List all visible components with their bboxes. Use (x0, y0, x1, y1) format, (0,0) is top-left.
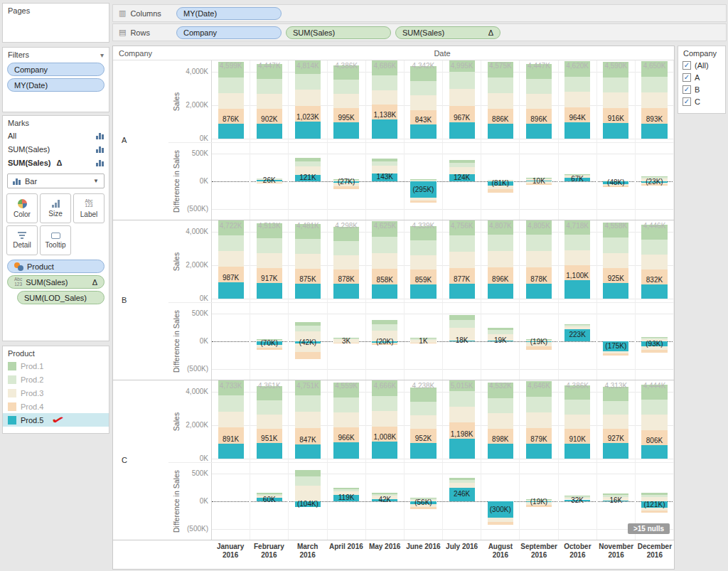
bar-segment-prod2[interactable] (257, 400, 282, 415)
marks-card-sum-sales-delta[interactable]: SUM(Sales) Δ (3, 156, 109, 169)
legend-item-prod4[interactable]: Prod.4 (3, 400, 109, 413)
bar-segment-prod2[interactable] (603, 401, 628, 415)
bar-segment-prod3[interactable] (564, 92, 590, 107)
bar-segment-prod3[interactable] (257, 253, 282, 268)
filter-pill-company[interactable]: Company (7, 63, 105, 76)
bar-segment-prod5[interactable] (372, 442, 397, 459)
bar-segment-prod5[interactable] (333, 122, 359, 139)
bar-segment-prod5[interactable] (449, 284, 475, 299)
bar-segment-prod3[interactable] (218, 251, 244, 267)
bar-segment-prod3[interactable] (449, 89, 475, 106)
bar-segment-prod2[interactable] (372, 161, 397, 166)
month-column[interactable]: 5,015K1,198K (443, 380, 481, 462)
detail-button[interactable]: Detail (6, 225, 38, 255)
month-column[interactable]: 4,481K875K (289, 220, 327, 302)
month-label[interactable]: March 2016 (289, 540, 327, 569)
bar-segment-prod4[interactable] (641, 350, 667, 353)
tooltip-button[interactable]: Tooltip (40, 225, 71, 255)
bar-segment-prod5[interactable] (333, 442, 359, 459)
bar-segment-prod1[interactable] (295, 158, 321, 161)
bar-segment-prod2[interactable] (333, 397, 359, 412)
month-column[interactable] (212, 303, 250, 380)
bar-segment-prod5[interactable] (564, 280, 590, 299)
month-column[interactable]: 4,238K952K (405, 380, 443, 462)
month-column[interactable]: 4,807K896K (481, 220, 520, 302)
bar-segment-prod2[interactable] (410, 81, 436, 96)
bar-segment-prod3[interactable] (449, 252, 475, 268)
bar-segment-prod2[interactable] (526, 397, 552, 412)
month-column[interactable]: 4,666K1,008K (366, 380, 405, 462)
bar-segment-prod5[interactable] (372, 284, 397, 299)
bar-segment-prod3[interactable] (603, 253, 628, 268)
month-column[interactable]: 4,805K878K (520, 220, 558, 302)
bar-segment-prod3[interactable] (564, 415, 590, 429)
bar-segment-prod5[interactable] (410, 124, 436, 139)
row-header-company[interactable]: B (113, 220, 168, 380)
legend-item-b[interactable]: ✓ B (678, 83, 725, 95)
bar-segment-prod1[interactable] (295, 322, 321, 326)
bar-segment-prod2[interactable] (526, 79, 552, 94)
checkbox-checked-icon[interactable]: ✓ (682, 73, 691, 82)
bar-segment-prod3[interactable] (372, 253, 397, 269)
month-column[interactable]: 4,756K877K (443, 220, 481, 302)
bar-segment-prod1[interactable] (603, 493, 628, 495)
marks-card-all[interactable]: All (3, 129, 109, 142)
bar-segment-prod3[interactable] (295, 90, 321, 105)
bar-segment-prod2[interactable] (218, 395, 244, 412)
bar-segment-prod2[interactable] (333, 489, 359, 491)
bar-segment-prod2[interactable] (641, 240, 667, 255)
bar-segment-prod2[interactable] (257, 79, 282, 94)
bar-segment-prod1[interactable] (372, 493, 397, 494)
bar-segment-prod2[interactable] (488, 398, 513, 413)
month-column[interactable]: (295K) (405, 143, 443, 220)
color-button[interactable]: Color (6, 193, 38, 223)
bar-segment-prod3[interactable] (603, 415, 628, 429)
bar-segment-prod3[interactable] (372, 166, 397, 174)
bar-segment-prod3[interactable] (526, 251, 552, 267)
pill-my-date[interactable]: MY(Date) (176, 7, 282, 20)
month-column[interactable]: 4,447K896K (520, 60, 558, 142)
month-column[interactable]: (19K) (520, 463, 558, 540)
bar-segment-prod3[interactable] (564, 250, 590, 265)
month-column[interactable]: (300K) (481, 463, 520, 540)
month-column[interactable]: 4,386K910K (559, 380, 597, 462)
bar-segment-prod5[interactable] (526, 444, 552, 459)
month-column[interactable]: 32K (559, 463, 597, 540)
bar-segment-prod2[interactable] (372, 237, 397, 252)
bar-segment-prod5[interactable] (603, 443, 628, 459)
bar-segment-prod1[interactable] (449, 315, 475, 320)
bar-segment-prod3[interactable] (295, 412, 321, 428)
bar-segment-prod3[interactable] (333, 412, 359, 427)
bar-segment-prod3[interactable] (641, 415, 667, 429)
bar-segment-prod2[interactable] (372, 396, 397, 411)
bar-segment-prod3[interactable] (295, 486, 321, 501)
month-column[interactable]: (93K) (636, 303, 674, 380)
bar-segment-prod4[interactable] (410, 201, 436, 203)
bar-segment-prod4[interactable] (257, 348, 282, 350)
bar-segment-prod3[interactable] (449, 483, 475, 488)
checkbox-checked-icon[interactable]: ✓ (682, 97, 691, 106)
bar-segment-prod3[interactable] (410, 180, 436, 181)
bar-segment-prod2[interactable] (449, 163, 475, 167)
bar-segment-prod5[interactable] (410, 284, 436, 299)
month-column[interactable]: 124K (443, 143, 481, 220)
month-column[interactable]: 4,558K925K (597, 220, 636, 302)
label-button[interactable]: Abc123 Label (73, 193, 105, 223)
month-label[interactable]: April 2016 (327, 540, 365, 569)
bar-segment-prod2[interactable] (564, 235, 590, 250)
bar-segment-prod3[interactable] (449, 407, 475, 422)
month-column[interactable]: 4,575K886K (481, 60, 520, 142)
month-column[interactable]: 4,361K951K (250, 380, 289, 462)
month-column[interactable]: 4,446K832K (636, 220, 674, 302)
nulls-indicator[interactable]: >15 nulls (628, 523, 670, 534)
pill-company[interactable]: Company (176, 26, 282, 39)
bar-segment-prod2[interactable] (257, 238, 282, 253)
month-column[interactable]: 4,590K916K (597, 60, 636, 142)
month-column[interactable]: 19K (481, 303, 520, 380)
bar-segment-prod3[interactable] (526, 94, 552, 109)
bar-segment-prod3[interactable] (564, 326, 590, 329)
bar-segment-prod1[interactable] (488, 328, 513, 331)
bar-segment-prod1[interactable] (449, 160, 475, 163)
bar-segment-prod4[interactable] (526, 505, 552, 507)
month-column[interactable]: 42K (366, 463, 405, 540)
